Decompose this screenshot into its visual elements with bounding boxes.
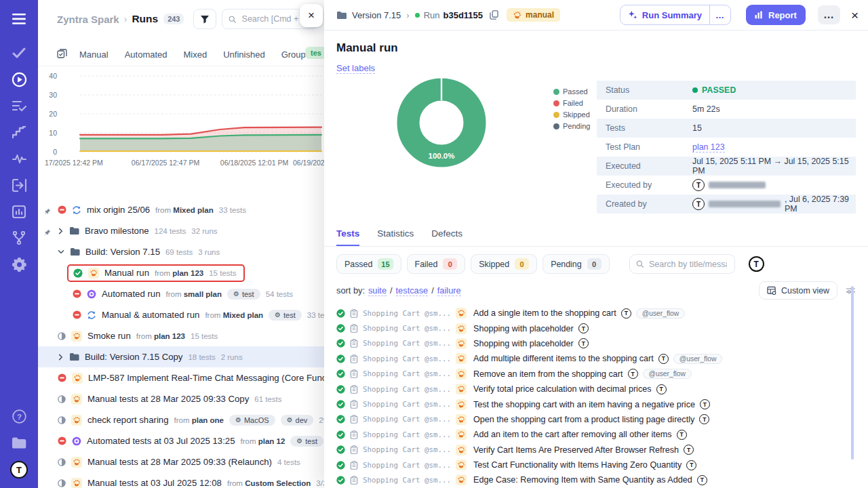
selected-run-outline: Manual runfrom plan 12315 tests [67, 264, 245, 282]
run-row[interactable]: Manual & automated runfrom Mixed plan⚙te… [38, 304, 324, 325]
filter-chip-pending[interactable]: Pending0 [542, 254, 609, 274]
projects-folder-icon[interactable] [11, 434, 27, 451]
run-row[interactable]: mix origin 25/06from Mixed plan33 tests [38, 199, 324, 220]
breadcrumb-folder[interactable]: Version 7.15 [352, 10, 401, 20]
pin-icon [44, 226, 51, 239]
test-row[interactable]: Shopping Cart @sm...Verify total price c… [336, 382, 868, 396]
status-partial-icon [58, 332, 66, 340]
breadcrumb-project[interactable]: Zyntra Spark [57, 14, 119, 25]
detail-tab-defects[interactable]: Defects [431, 228, 462, 246]
test-title: Add multiple different items to the shop… [473, 354, 654, 363]
test-row[interactable]: Shopping Cart @sm...Test the shopping ca… [336, 396, 868, 411]
run-row[interactable]: Bravo milestone124 tests32 runs [38, 220, 324, 241]
pulse-icon[interactable] [11, 150, 27, 167]
run-row[interactable]: check report sharingfrom plan one⚙MacOS⚙… [38, 409, 324, 430]
testcase-icon [350, 369, 358, 378]
test-row[interactable]: Shopping Cart @sm...Add multiple differe… [336, 351, 868, 366]
test-row[interactable]: Shopping Cart @sm...Verify Cart Items Ar… [336, 443, 868, 458]
test-row[interactable]: Shopping Cart @sm...Test Cart Functional… [336, 458, 868, 472]
settings-icon[interactable] [11, 256, 27, 272]
runs-tab-unfinished[interactable]: Unfinished [223, 49, 264, 60]
runs-icon[interactable] [11, 71, 27, 87]
hand-icon [456, 338, 467, 349]
menu-icon[interactable] [11, 11, 27, 27]
test-row[interactable]: Shopping Cart @sm...Add a single item to… [336, 306, 868, 321]
run-actions: Run Summary … Report … × [620, 5, 859, 25]
copy-run-id-button[interactable] [490, 10, 498, 20]
run-title: Manual run [104, 268, 149, 278]
run-row[interactable]: Automated tests at 03 Jul 2025 13:25from… [38, 430, 324, 451]
test-row[interactable]: Shopping Cart @sm...Add an item to the c… [336, 427, 868, 442]
results-donut-chart: 100.0% [394, 75, 489, 173]
filter-chip-passed[interactable]: Passed15 [336, 254, 401, 274]
branches-icon[interactable] [11, 230, 27, 246]
detail-tab-statistics[interactable]: Statistics [377, 228, 414, 246]
test-plans-icon[interactable] [11, 98, 27, 114]
x-axis-tick: 06/18/2025 12:01 PM [220, 159, 288, 167]
runs-tab-automated[interactable]: Automated [125, 49, 167, 60]
testcase-icon [350, 461, 358, 470]
set-labels-link[interactable]: Set labels [336, 63, 375, 74]
sparkle-icon [628, 10, 637, 20]
run-row[interactable]: Manual tests at 03 Jul 2025 12:08from Cu… [38, 472, 324, 488]
legend-item: Failed [553, 99, 590, 107]
sort-link-failure[interactable]: failure [437, 285, 461, 296]
runs-tab-mixed[interactable]: Mixed [184, 49, 208, 60]
chevron-right-icon[interactable] [58, 354, 64, 361]
scrollbar-thumb[interactable] [851, 286, 854, 460]
filter-tag-chip[interactable]: tes [305, 47, 324, 59]
run-row[interactable]: Manual tests at 28 Mar 2025 09:33 (Relau… [38, 451, 324, 472]
hand-icon [456, 429, 467, 440]
test-plan-link[interactable]: plan 123 [692, 142, 725, 152]
import-icon[interactable] [11, 177, 27, 193]
chevron-right-icon[interactable] [58, 228, 64, 235]
tests-search[interactable] [629, 254, 735, 274]
manual-badge[interactable]: manual [507, 8, 560, 22]
report-button[interactable]: Report [746, 5, 806, 25]
test-row[interactable]: Shopping Cart @sm...Shopping with placeh… [336, 321, 868, 336]
run-row[interactable]: Manual runfrom plan 12315 tests [38, 262, 324, 283]
custom-view-button[interactable]: Custom view [759, 281, 837, 300]
run-row[interactable]: Manual tests at 28 Mar 2025 09:33 Copy61… [38, 388, 324, 409]
chevron-down-icon[interactable] [58, 249, 64, 255]
tasks-icon[interactable] [11, 45, 27, 61]
run-row[interactable]: Build: Version 7.1569 tests3 runs [38, 241, 324, 262]
sort-link-testcase[interactable]: testcase [396, 285, 429, 296]
user-avatar[interactable]: T [10, 461, 28, 479]
detail-tab-tests[interactable]: Tests [336, 228, 359, 246]
run-summary-button[interactable]: Run Summary … [620, 5, 731, 25]
testcase-icon [350, 339, 358, 348]
filter-chip-failed[interactable]: Failed0 [407, 254, 466, 274]
run-row[interactable]: Build: Version 7.15 Copy18 tests2 runs [38, 346, 324, 367]
test-row[interactable]: Shopping Cart @sm...Remove an item from … [336, 367, 868, 382]
more-actions-button[interactable]: … [818, 5, 840, 24]
x-axis-tick: 06/17/2025 12:47 PM [132, 159, 199, 167]
suite-path: Shopping Cart @sm... [363, 324, 451, 333]
filter-chip-skipped[interactable]: Skipped0 [471, 254, 537, 274]
assignee-avatar[interactable]: T [749, 256, 764, 272]
status-blocked-icon [73, 289, 81, 298]
batch-select-icon[interactable] [57, 49, 67, 60]
run-summary-more-button[interactable]: … [710, 5, 730, 24]
testcase-icon [350, 309, 358, 318]
tests-search-input[interactable] [648, 259, 728, 270]
runs-tab-manual[interactable]: Manual [79, 49, 108, 60]
analytics-icon[interactable] [11, 203, 27, 220]
hand-icon [71, 415, 82, 426]
run-row[interactable]: Automated runfrom small plan⚙test54 test… [38, 283, 324, 304]
run-row[interactable]: Smoke runfrom plan 12315 tests [38, 325, 324, 346]
assignee-avatar: T [621, 308, 631, 319]
test-row[interactable]: Shopping Cart @sm...Shopping with placeh… [336, 336, 868, 351]
run-row[interactable]: LMP-587 Implement Real-Time Chat Messagi… [38, 367, 324, 388]
filter-button[interactable] [193, 9, 216, 29]
status-partial-icon [58, 395, 66, 403]
close-detail-button[interactable]: × [851, 9, 859, 22]
test-row[interactable]: Shopping Cart @sm...Open the shopping ca… [336, 412, 868, 427]
run-plan: from small plan [166, 290, 222, 298]
milestones-icon[interactable] [11, 124, 27, 140]
help-icon[interactable]: ? [11, 408, 27, 424]
assignee-avatar: T [684, 445, 694, 455]
test-row[interactable]: Shopping Cart @sm...Edge Case: Removing … [336, 472, 868, 487]
panel-close-button[interactable]: × [300, 4, 323, 27]
sort-link-suite[interactable]: suite [368, 285, 387, 296]
